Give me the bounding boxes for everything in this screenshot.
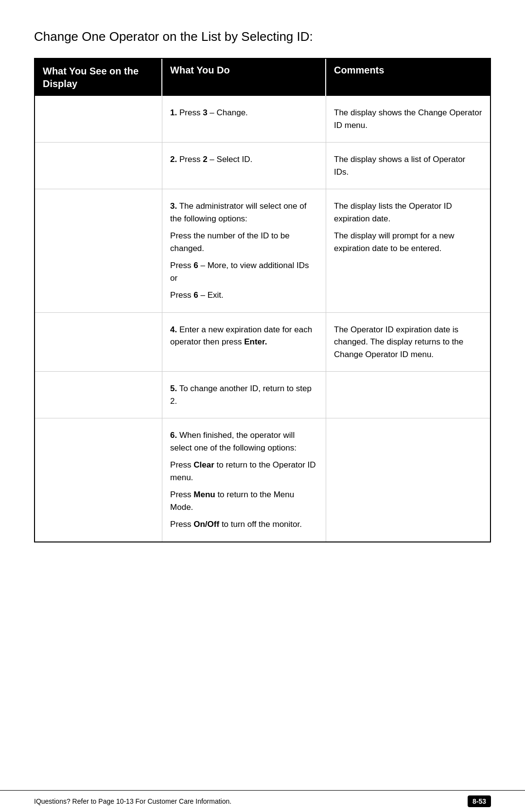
page-number: 8-53 — [468, 795, 491, 807]
cell-comments-3: The display lists the Operator ID expira… — [326, 189, 490, 312]
table-row: 2. Press 2 – Select ID. The display show… — [35, 143, 490, 189]
table-row: 6. When finished, the operator will sele… — [35, 418, 490, 541]
header-display: What You See on the Display — [35, 59, 162, 96]
header-do: What You Do — [162, 59, 326, 96]
cell-do-6: 6. When finished, the operator will sele… — [162, 418, 326, 541]
cell-comments-5 — [326, 372, 490, 418]
cell-do-5: 5. To change another ID, return to step … — [162, 372, 326, 418]
header-comments: Comments — [326, 59, 490, 96]
table-row: 5. To change another ID, return to step … — [35, 372, 490, 418]
cell-comments-6 — [326, 418, 490, 541]
cell-display-2 — [35, 143, 162, 189]
cell-do-3: 3. The administrator will select one of … — [162, 189, 326, 312]
table-row: 3. The administrator will select one of … — [35, 189, 490, 313]
page-title: Change One Operator on the List by Selec… — [34, 29, 491, 44]
cell-display-5 — [35, 372, 162, 418]
footer: IQuestions? Refer to Page 10-13 For Cust… — [0, 790, 525, 812]
cell-do-1: 1. Press 3 – Change. — [162, 96, 326, 142]
page-container: Change One Operator on the List by Selec… — [0, 0, 525, 581]
table-header: What You See on the Display What You Do … — [34, 58, 491, 96]
cell-comments-4: The Operator ID expiration date is chang… — [326, 313, 490, 372]
cell-comments-2: The display shows a list of Operator IDs… — [326, 143, 490, 189]
footer-note: IQuestions? Refer to Page 10-13 For Cust… — [34, 797, 231, 805]
cell-do-4: 4. Enter a new expiration date for each … — [162, 313, 326, 372]
cell-display-4 — [35, 313, 162, 372]
cell-do-2: 2. Press 2 – Select ID. — [162, 143, 326, 189]
table-body: 1. Press 3 – Change. The display shows t… — [34, 96, 491, 542]
cell-display-1 — [35, 96, 162, 142]
table-row: 4. Enter a new expiration date for each … — [35, 313, 490, 372]
cell-comments-1: The display shows the Change Operator ID… — [326, 96, 490, 142]
cell-display-6 — [35, 418, 162, 541]
cell-display-3 — [35, 189, 162, 312]
table-row: 1. Press 3 – Change. The display shows t… — [35, 96, 490, 143]
